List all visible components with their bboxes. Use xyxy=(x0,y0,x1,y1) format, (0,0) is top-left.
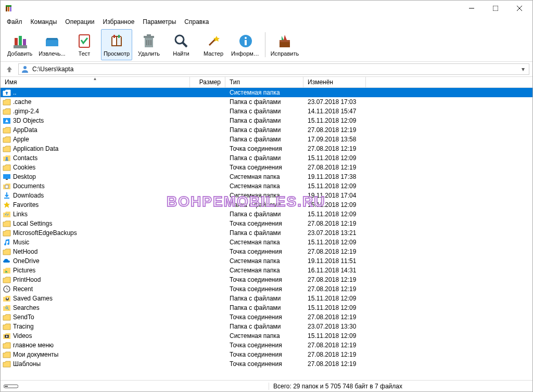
file-row[interactable]: AppDataПапка с файлами27.08.2018 12:19 xyxy=(1,125,532,135)
file-row[interactable]: TracingПапка с файлами23.07.2018 13:30 xyxy=(1,322,532,331)
svg-rect-35 xyxy=(6,179,8,180)
file-name-cell: .gimp-2.4 xyxy=(3,107,190,115)
toolbar-label: Тест xyxy=(79,50,91,57)
file-row[interactable]: Мои документыТочка соединения27.08.2018 … xyxy=(1,350,532,359)
file-type: Системная папка xyxy=(225,192,303,199)
file-row[interactable]: MusicСистемная папка15.11.2018 12:09 xyxy=(1,238,532,247)
toolbar-repair-button[interactable]: Исправить xyxy=(269,29,300,60)
file-type: Папка с файлами xyxy=(225,295,303,302)
saved-icon xyxy=(3,294,11,303)
file-name: SendTo xyxy=(13,313,34,321)
file-row[interactable]: .cacheПапка с файлами23.07.2018 17:03 xyxy=(1,97,532,107)
file-row[interactable]: LinksПапка с файлами15.11.2018 12:09 xyxy=(1,210,532,219)
address-field[interactable]: ▾ xyxy=(18,63,529,75)
maximize-button[interactable] xyxy=(484,1,507,16)
toolbar-test-button[interactable]: Тест xyxy=(69,29,100,60)
file-row[interactable]: ..Системная папка xyxy=(1,88,532,97)
file-row[interactable]: 3D ObjectsПапка с файлами15.11.2018 12:0… xyxy=(1,116,532,125)
file-name-cell: Tracing xyxy=(3,322,190,331)
svg-point-31 xyxy=(23,66,27,69)
file-date: 27.08.2018 12:19 xyxy=(303,313,366,321)
file-name-cell: NetHood xyxy=(3,247,190,256)
sort-indicator: ▲ xyxy=(93,76,97,81)
file-row[interactable]: SearchesПапка с файлами15.11.2018 12:09 xyxy=(1,303,532,312)
file-name-cell: Documents xyxy=(3,182,190,190)
file-row[interactable]: Local SettingsТочка соединения27.08.2018… xyxy=(1,219,532,228)
file-row[interactable]: ContactsПапка с файлами15.11.2018 12:09 xyxy=(1,153,532,163)
file-row[interactable]: DocumentsСистемная папка15.11.2018 12:09 xyxy=(1,181,532,191)
file-date: 16.11.2018 14:31 xyxy=(303,267,366,274)
file-row[interactable]: NetHoodТочка соединения27.08.2018 12:19 xyxy=(1,247,532,256)
file-row[interactable]: MicrosoftEdgeBackupsПапка с файлами23.07… xyxy=(1,228,532,238)
menu-item-1[interactable]: Команды xyxy=(27,17,61,27)
menu-item-0[interactable]: Файл xyxy=(3,17,27,27)
file-date: 27.08.2018 12:19 xyxy=(303,164,366,171)
minimize-button[interactable] xyxy=(460,1,484,16)
menu-item-2[interactable]: Операции xyxy=(61,17,98,27)
file-list[interactable]: ..Системная папка.cacheПапка с файлами23… xyxy=(1,88,532,380)
file-row[interactable]: главное менюТочка соединения27.08.2018 1… xyxy=(1,341,532,350)
address-input[interactable] xyxy=(32,66,516,73)
file-name: Шаблоны xyxy=(13,360,41,368)
toolbar-extract-button[interactable]: Извлечь... xyxy=(36,29,68,60)
file-name-cell: Local Settings xyxy=(3,219,190,228)
file-type: Системная папка xyxy=(225,332,303,339)
toolbar-delete-button[interactable]: Удалить xyxy=(133,29,164,60)
column-date[interactable]: Изменён xyxy=(303,77,366,87)
file-name-cell: главное меню xyxy=(3,341,190,349)
file-row[interactable]: PicturesСистемная папка16.11.2018 14:31 xyxy=(1,266,532,275)
file-date: 15.11.2018 12:09 xyxy=(303,332,366,339)
toolbar-add-button[interactable]: Добавить xyxy=(4,29,35,60)
file-name: 3D Objects xyxy=(13,117,44,124)
file-name: PrintHood xyxy=(13,276,41,283)
file-type: Точка соединения xyxy=(225,342,303,349)
folder-icon xyxy=(3,219,11,228)
file-row[interactable]: FavoritesПапка с файлами15.11.2018 12:09 xyxy=(1,200,532,210)
file-name-cell: Contacts xyxy=(3,154,190,162)
recent-icon xyxy=(3,285,11,293)
pictures-icon xyxy=(3,266,11,275)
folder-icon xyxy=(3,163,11,172)
column-type[interactable]: Тип xyxy=(225,77,303,87)
toolbar-info-button[interactable]: Информация xyxy=(230,29,261,60)
user-folder-icon xyxy=(21,65,29,73)
file-row[interactable]: OneDriveСистемная папка19.11.2018 11:51 xyxy=(1,256,532,266)
file-row[interactable]: DesktopСистемная папка19.11.2018 17:38 xyxy=(1,172,532,181)
file-type: Системная папка xyxy=(225,267,303,274)
file-row[interactable]: DownloadsСистемная папка19.11.2018 17:04 xyxy=(1,191,532,200)
column-name[interactable]: ▲Имя xyxy=(1,77,190,87)
file-row[interactable]: Application DataТочка соединения27.08.20… xyxy=(1,144,532,153)
file-row[interactable]: PrintHoodТочка соединения27.08.2018 12:1… xyxy=(1,275,532,284)
menu-item-3[interactable]: Избранное xyxy=(99,17,139,27)
toolbar-wizard-button[interactable]: Мастер xyxy=(198,29,229,60)
menu-item-4[interactable]: Параметры xyxy=(138,17,180,27)
test-icon xyxy=(76,33,93,49)
file-name-cell: Saved Games xyxy=(3,294,190,303)
folder-icon xyxy=(3,98,11,106)
file-date: 19.11.2018 11:51 xyxy=(303,257,366,265)
file-type: Папка с файлами xyxy=(225,211,303,218)
file-row[interactable]: .gimp-2.4Папка с файлами14.11.2018 15:47 xyxy=(1,107,532,116)
file-row[interactable]: CookiesТочка соединения27.08.2018 12:19 xyxy=(1,163,532,172)
file-row[interactable]: Saved GamesПапка с файлами15.11.2018 12:… xyxy=(1,294,532,303)
file-row[interactable]: SendToТочка соединения27.08.2018 12:19 xyxy=(1,312,532,322)
file-name: Documents xyxy=(13,182,45,190)
svg-line-24 xyxy=(183,43,187,47)
file-row[interactable]: AppleПапка с файлами17.09.2018 13:58 xyxy=(1,135,532,144)
svg-rect-2 xyxy=(10,7,11,11)
folder-icon xyxy=(3,247,11,256)
address-dropdown-icon[interactable]: ▾ xyxy=(519,66,527,73)
file-row[interactable]: VideosСистемная папка15.11.2018 12:09 xyxy=(1,331,532,341)
up-button[interactable] xyxy=(4,63,15,75)
file-date: 15.11.2018 12:09 xyxy=(303,295,366,302)
file-type: Системная папка xyxy=(225,173,303,180)
file-row[interactable]: RecentТочка соединения27.08.2018 12:19 xyxy=(1,284,532,294)
close-button[interactable] xyxy=(507,1,531,16)
column-size[interactable]: Размер xyxy=(190,77,225,87)
file-row[interactable]: ШаблоныТочка соединения27.08.2018 12:19 xyxy=(1,359,532,369)
menu-item-5[interactable]: Справка xyxy=(180,17,213,27)
file-type: Системная папка xyxy=(225,89,303,96)
toolbar-view-button[interactable]: Просмотр xyxy=(101,29,132,60)
file-date: 27.08.2018 12:19 xyxy=(303,351,366,358)
toolbar-find-button[interactable]: Найти xyxy=(166,29,197,60)
